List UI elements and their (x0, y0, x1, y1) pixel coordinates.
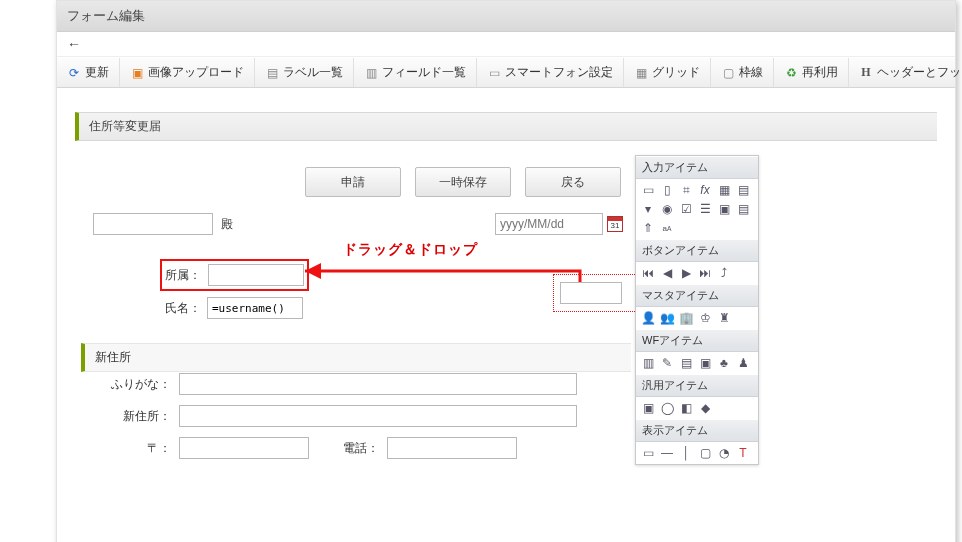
new-address-input[interactable] (179, 405, 577, 427)
item-palette: 入力アイテム ▭ ▯ ⌗ fx ▦ ▤ ▾ ◉ ☑ ☰ ▣ ▤ ⇑ aA (635, 155, 759, 465)
pal-wf6-icon[interactable]: ♟ (735, 355, 751, 371)
toolbar-smartphone[interactable]: ▭ スマートフォン設定 (477, 58, 624, 87)
toolbar-reuse[interactable]: ♻ 再利用 (774, 58, 849, 87)
pal-gen1-icon[interactable]: ▣ (640, 400, 656, 416)
pal-date-icon[interactable]: ▦ (716, 182, 732, 198)
window-title: フォーム編集 (57, 1, 955, 32)
pal-group-icon[interactable]: 👥 (659, 310, 675, 326)
pal-rect-icon[interactable]: ▭ (640, 445, 656, 461)
highlighted-drop-target: 所属： (160, 259, 309, 291)
toolbar-label-list[interactable]: ▤ ラベル一覧 (255, 58, 354, 87)
pal-textarea-icon[interactable]: ▯ (659, 182, 675, 198)
affiliation-input[interactable] (208, 264, 304, 286)
pal-wf2-icon[interactable]: ✎ (659, 355, 675, 371)
pal-role-icon[interactable]: ♔ (697, 310, 713, 326)
toolbar-border-label: 枠線 (739, 64, 763, 81)
pal-select-icon[interactable]: ▾ (640, 201, 656, 217)
new-address-label: 新住所： (111, 408, 171, 425)
pal-vline-icon[interactable]: │ (678, 445, 694, 461)
pal-font-icon[interactable]: aA (659, 220, 675, 236)
palette-header-wf: WFアイテム (636, 329, 758, 352)
pal-gen2-icon[interactable]: ◯ (659, 400, 675, 416)
pal-wf1-icon[interactable]: ▥ (640, 355, 656, 371)
back-arrow-icon[interactable]: ← (67, 36, 81, 52)
tel-input[interactable] (387, 437, 517, 459)
date-input[interactable] (495, 213, 603, 235)
pal-datetime-icon[interactable]: ▤ (735, 182, 751, 198)
toolbar-update-label: 更新 (85, 64, 109, 81)
border-icon: ▢ (721, 66, 735, 80)
toolbar-grid[interactable]: ▦ グリッド (624, 58, 711, 87)
label-list-icon: ▤ (265, 66, 279, 80)
palette-header-generic: 汎用アイテム (636, 374, 758, 397)
form-title: 住所等変更届 (75, 112, 937, 141)
pal-org-icon[interactable]: 🏢 (678, 310, 694, 326)
pal-texticon[interactable]: T (735, 445, 751, 461)
toolbar-border[interactable]: ▢ 枠線 (711, 58, 774, 87)
pal-gen3-icon[interactable]: ◧ (678, 400, 694, 416)
pal-formula-icon[interactable]: fx (697, 182, 713, 198)
affiliation-label: 所属： (165, 267, 201, 284)
pal-gen4-icon[interactable]: ◆ (697, 400, 713, 416)
pal-wf3-icon[interactable]: ▤ (678, 355, 694, 371)
pal-upload-icon[interactable]: ⇑ (640, 220, 656, 236)
pal-line-icon[interactable]: — (659, 445, 675, 461)
toolbar-image-label: 画像アップロード (148, 64, 244, 81)
zip-label: 〒： (111, 440, 171, 457)
pal-wf4-icon[interactable]: ▣ (697, 355, 713, 371)
zip-input[interactable] (179, 437, 309, 459)
toolbar-label-label: ラベル一覧 (283, 64, 343, 81)
pal-box-icon[interactable]: ▢ (697, 445, 713, 461)
pal-number-icon[interactable]: ⌗ (678, 182, 694, 198)
pal-color-icon[interactable]: ◔ (716, 445, 732, 461)
pal-btn-prev-icon[interactable]: ◀ (659, 265, 675, 281)
pal-file-icon[interactable]: ▣ (716, 201, 732, 217)
back-button[interactable]: 戻る (525, 167, 621, 197)
pal-btn-first-icon[interactable]: ⏮ (640, 265, 656, 281)
name-label: 氏名： (163, 300, 201, 317)
pal-check-icon[interactable]: ☑ (678, 201, 694, 217)
toolbar-header-footer[interactable]: H ヘッダーとフッター (849, 58, 962, 87)
drag-drop-annotation: ドラッグ＆ドロップ (343, 241, 478, 259)
recipient-input[interactable] (93, 213, 213, 235)
new-address-section-title: 新住所 (81, 343, 631, 372)
refresh-icon: ⟳ (67, 66, 81, 80)
pal-dept-icon[interactable]: ♜ (716, 310, 732, 326)
toolbar: ⟳ 更新 ▣ 画像アップロード ▤ ラベル一覧 ▥ フィールド一覧 ▭ スマート… (57, 57, 955, 88)
pal-radio-icon[interactable]: ◉ (659, 201, 675, 217)
palette-header-display: 表示アイテム (636, 419, 758, 442)
pal-user-icon[interactable]: 👤 (640, 310, 656, 326)
toolbar-image-upload[interactable]: ▣ 画像アップロード (120, 58, 255, 87)
pal-text-icon[interactable]: ▭ (640, 182, 656, 198)
pal-wf5-icon[interactable]: ♣ (716, 355, 732, 371)
palette-header-input: 入力アイテム (636, 156, 758, 179)
image-upload-icon: ▣ (130, 66, 144, 80)
pal-list-icon[interactable]: ☰ (697, 201, 713, 217)
furigana-label: ふりがな： (111, 376, 171, 393)
drag-ghost-input (560, 282, 622, 304)
smartphone-icon: ▭ (487, 66, 501, 80)
recipient-suffix-label: 殿 (221, 216, 233, 233)
apply-button[interactable]: 申請 (305, 167, 401, 197)
toolbar-phone-label: スマートフォン設定 (505, 64, 613, 81)
palette-header-button: ボタンアイテム (636, 239, 758, 262)
toolbar-field-list[interactable]: ▥ フィールド一覧 (354, 58, 477, 87)
save-button[interactable]: 一時保存 (415, 167, 511, 197)
toolbar-grid-label: グリッド (652, 64, 700, 81)
header-footer-icon: H (859, 66, 873, 80)
pal-grid-icon[interactable]: ▤ (735, 201, 751, 217)
pal-btn-out-icon[interactable]: ⤴ (716, 265, 732, 281)
toolbar-update[interactable]: ⟳ 更新 (57, 58, 120, 87)
name-input[interactable] (207, 297, 303, 319)
field-list-icon: ▥ (364, 66, 378, 80)
toolbar-hf-label: ヘッダーとフッター (877, 64, 962, 81)
toolbar-field-label: フィールド一覧 (382, 64, 466, 81)
toolbar-reuse-label: 再利用 (802, 64, 838, 81)
reuse-icon: ♻ (784, 66, 798, 80)
grid-icon: ▦ (634, 66, 648, 80)
palette-header-master: マスタアイテム (636, 284, 758, 307)
pal-btn-next-icon[interactable]: ▶ (678, 265, 694, 281)
calendar-icon[interactable] (607, 216, 623, 232)
furigana-input[interactable] (179, 373, 577, 395)
pal-btn-last-icon[interactable]: ⏭ (697, 265, 713, 281)
